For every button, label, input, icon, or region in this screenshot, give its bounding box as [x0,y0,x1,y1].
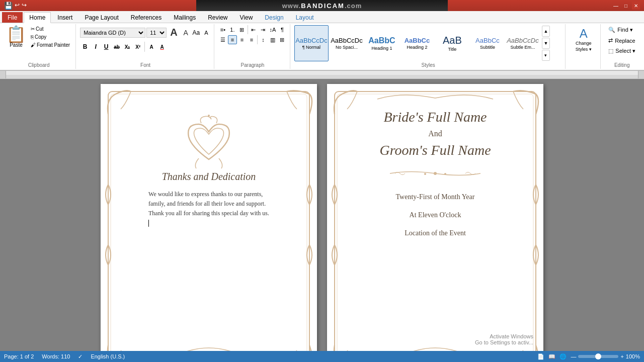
borders-button[interactable]: ⊞ [278,35,287,44]
change-case-button[interactable]: Aa [192,28,201,37]
tab-mailings[interactable]: Mailings [168,12,201,23]
replace-icon: ⇄ [608,37,613,44]
tab-view[interactable]: View [234,12,259,23]
font-family-select[interactable]: Maiandra GD (D) [80,28,145,38]
svg-point-14 [424,173,426,175]
maximize-button[interactable]: □ [622,2,630,10]
groom-name: Groom's Full Name [379,142,491,158]
change-styles-icon: A [580,27,588,41]
shrink-font-button[interactable]: A [181,27,191,38]
text-cursor [148,220,149,227]
grow-font-button[interactable]: A [168,25,180,40]
styles-more[interactable]: ▾ [542,50,550,61]
show-formatting-button[interactable]: ¶ [278,25,287,34]
style-heading2[interactable]: AaBbCc Heading 2 [400,25,434,61]
align-center-button[interactable]: ≡ [228,35,237,44]
replace-button[interactable]: ⇄ Replace [605,36,639,45]
divider-svg [385,168,486,178]
search-icon: 🔍 [608,27,615,33]
tab-page-layout[interactable]: Page Layout [79,12,124,23]
styles-scroll-up[interactable]: ▲ [542,26,550,37]
tab-references[interactable]: References [125,12,167,23]
clear-formatting-button[interactable]: A [202,28,211,37]
tab-review[interactable]: Review [202,12,233,23]
numbering-button[interactable]: 1. [228,25,237,34]
thanks-text: We would like to express thanks to our p… [148,190,269,228]
spell-check-icon[interactable]: ✓ [78,353,83,360]
view-print-button[interactable]: 📄 [537,353,544,360]
find-button[interactable]: 🔍 Find ▾ [605,25,639,35]
align-left-button[interactable]: ☰ [218,35,227,44]
bold-button[interactable]: B [80,42,90,52]
undo-icon[interactable]: ↩ [15,2,20,10]
styles-scroll-down[interactable]: ▼ [542,38,550,49]
justify-button[interactable]: ≡ [247,35,256,44]
styles-group: AaBbCcDc ¶ Normal AaBbCcDc No Spaci... A… [291,24,566,69]
shading-button[interactable]: ▥ [268,35,277,44]
tab-insert[interactable]: Insert [52,12,78,23]
bullets-button[interactable]: ≡• [218,25,227,34]
paragraph-group: ≡• 1. ⊞ ⇤ ⇥ ↕A ¶ ☰ ≡ ≡ ≡ ↕ ▥ ⊞ Paragraph [215,24,290,69]
zoom-out-button[interactable]: — [571,353,576,359]
styles-scroll: ▲ ▼ ▾ [542,26,550,61]
strikethrough-button[interactable]: ab [112,42,122,52]
style-no-spacing[interactable]: AaBbCcDc No Spaci... [330,25,364,61]
sort-button[interactable]: ↕A [268,25,277,34]
multilevel-list-button[interactable]: ⊞ [237,25,247,34]
cut-button[interactable]: ✂ Cut [28,25,72,33]
left-page[interactable]: Thanks and Dedication We would like to e… [101,84,317,351]
increase-indent-button[interactable]: ⇥ [259,25,268,34]
style-title[interactable]: AaB Title [435,25,469,61]
style-heading1[interactable]: AaBbC Heading 1 [365,25,399,61]
language-indicator[interactable]: English (U.S.) [91,353,125,359]
save-icon[interactable]: 💾 [4,2,13,10]
zoom-in-button[interactable]: + [620,353,623,359]
style-subtitle[interactable]: AaBbCc Subtitle [470,25,505,61]
font-size-select[interactable]: 11 [146,28,167,38]
paste-button[interactable]: 📋 Paste [5,25,27,49]
event-location: Location of the Event [405,229,466,237]
tab-file[interactable]: File [2,12,23,23]
tab-design[interactable]: Design [259,12,289,23]
copy-icon: ⎘ [31,34,34,40]
right-page[interactable]: Bride's Full Name And Groom's Full Name [327,84,543,351]
align-right-button[interactable]: ≡ [237,35,247,44]
view-web-button[interactable]: 🌐 [559,353,567,360]
font-label: Font [80,61,211,68]
copy-button[interactable]: ⎘ Copy [28,33,72,41]
clipboard-group: 📋 Paste ✂ Cut ⎘ Copy 🖌 Format Painter Cl… [2,24,76,69]
editing-group: 🔍 Find ▾ ⇄ Replace ⬚ Select ▾ Editing [602,24,642,69]
heart-decoration [176,114,242,171]
select-button[interactable]: ⬚ Select ▾ [605,46,639,56]
style-normal[interactable]: AaBbCcDc ¶ Normal [294,25,329,61]
tab-layout[interactable]: Layout [290,12,319,23]
zoom-slider[interactable] [578,355,618,358]
left-page-content: Thanks and Dedication We would like to e… [101,84,317,351]
style-subtle-emphasis[interactable]: AaBbCcDc Subtle Em... [506,25,540,61]
underline-button[interactable]: U [101,42,111,52]
tab-home[interactable]: Home [24,12,51,23]
font-color-button[interactable]: A [157,42,167,52]
format-painter-button[interactable]: 🖌 Format Painter [28,41,72,49]
decrease-indent-button[interactable]: ⇤ [249,25,258,34]
subscript-button[interactable]: X₂ [122,42,132,52]
svg-point-7 [208,115,210,117]
scissors-icon: ✂ [31,26,35,32]
superscript-button[interactable]: X² [133,42,143,52]
right-page-content: Bride's Full Name And Groom's Full Name [327,84,543,351]
format-painter-icon: 🖌 [31,42,36,48]
italic-button[interactable]: I [91,42,101,52]
minimize-button[interactable]: — [612,2,620,10]
styles-label: Styles [294,61,562,68]
view-read-button[interactable]: 📖 [548,353,555,360]
styles-gallery: AaBbCcDc ¶ Normal AaBbCcDc No Spaci... A… [294,25,540,61]
ruler-content [6,71,638,78]
and-text: And [428,129,442,138]
editing-label: Editing [605,61,639,68]
close-button[interactable]: ✕ [632,2,640,10]
redo-icon[interactable]: ↪ [22,2,27,10]
text-highlight-button[interactable]: A [146,42,156,52]
ruler-marks [6,71,638,79]
line-spacing-button[interactable]: ↕ [259,35,268,44]
change-styles-button[interactable]: A ChangeStyles ▾ [570,25,597,54]
